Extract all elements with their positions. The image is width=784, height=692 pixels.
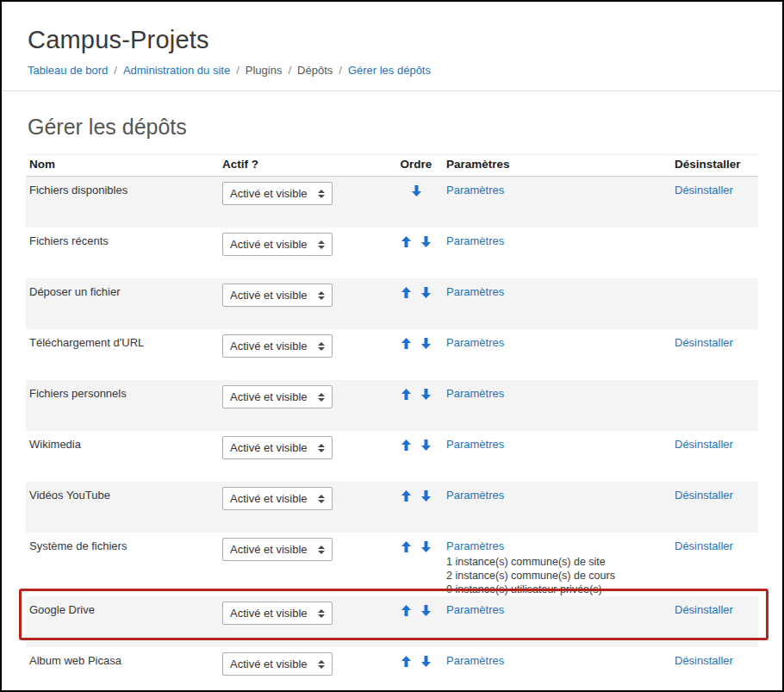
move-down-button[interactable] bbox=[421, 656, 431, 667]
select-value: Activé et visible bbox=[230, 441, 308, 454]
page-title: Campus-Projets bbox=[28, 26, 756, 54]
uninstall-link[interactable]: Désinstaller bbox=[675, 184, 733, 196]
active-select[interactable]: Activé et visible bbox=[222, 538, 333, 561]
up-down-caret-icon bbox=[318, 393, 325, 402]
active-select[interactable]: Activé et visible bbox=[222, 233, 333, 256]
move-up-button[interactable] bbox=[401, 541, 411, 552]
table-row: Déposer un fichier Activé et visible bbox=[26, 278, 758, 329]
active-select[interactable]: Activé et visible bbox=[222, 602, 333, 625]
settings-link[interactable]: Paramètres bbox=[446, 387, 504, 400]
move-up-button[interactable] bbox=[401, 338, 411, 349]
table-row: Fichiers personnels Activé et visible bbox=[26, 380, 758, 431]
arrow-down-icon bbox=[421, 389, 431, 400]
settings-link[interactable]: Paramètres bbox=[446, 285, 504, 298]
select-value: Activé et visible bbox=[230, 238, 308, 251]
move-up-button[interactable] bbox=[401, 236, 411, 247]
repo-name: Vidéos YouTube bbox=[29, 489, 110, 502]
settings-link[interactable]: Paramètres bbox=[446, 603, 504, 616]
column-header-parametres: Paramètres bbox=[446, 155, 675, 176]
repositories-table: Nom Actif ? Ordre Paramètres Désinstalle… bbox=[26, 154, 758, 692]
breadcrumb-separator: / bbox=[114, 64, 117, 77]
move-up-button[interactable] bbox=[401, 287, 411, 298]
breadcrumb-separator: / bbox=[339, 64, 342, 77]
active-select[interactable]: Activé et visible bbox=[222, 334, 333, 358]
active-select[interactable]: Activé et visible bbox=[222, 436, 333, 459]
arrow-up-icon bbox=[401, 490, 411, 502]
move-down-button[interactable] bbox=[421, 541, 431, 552]
active-select[interactable]: Activé et visible bbox=[222, 385, 333, 408]
move-down-button[interactable] bbox=[421, 287, 431, 298]
move-up-button[interactable] bbox=[401, 440, 411, 451]
move-down-button[interactable] bbox=[421, 338, 431, 349]
select-value: Activé et visible bbox=[230, 390, 308, 403]
uninstall-link[interactable]: Désinstaller bbox=[675, 438, 733, 451]
repo-name: Google Drive bbox=[29, 603, 95, 616]
settings-link[interactable]: Paramètres bbox=[446, 234, 504, 247]
table-row: Album web Picasa Activé et visible bbox=[26, 647, 758, 692]
uninstall-link[interactable]: Désinstaller bbox=[675, 489, 733, 502]
up-down-caret-icon bbox=[318, 240, 325, 249]
header-divider bbox=[2, 90, 782, 91]
move-down-button[interactable] bbox=[421, 490, 431, 502]
active-select[interactable]: Activé et visible bbox=[222, 284, 333, 307]
arrow-down-icon bbox=[421, 605, 431, 616]
up-down-caret-icon bbox=[318, 444, 325, 452]
table-row: Vidéos YouTube Activé et visible bbox=[26, 482, 758, 533]
move-down-button[interactable] bbox=[412, 185, 421, 196]
arrow-up-icon bbox=[401, 338, 411, 349]
settings-link[interactable]: Paramètres bbox=[446, 489, 504, 502]
arrow-down-icon bbox=[421, 541, 431, 552]
column-header-desinstaller: Désinstaller bbox=[675, 155, 758, 176]
select-value: Activé et visible bbox=[230, 658, 308, 670]
move-up-button[interactable] bbox=[401, 605, 411, 616]
repo-name: Déposer un fichier bbox=[29, 285, 121, 298]
uninstall-link[interactable]: Désinstaller bbox=[675, 654, 733, 667]
breadcrumb-text: Dépôts bbox=[297, 64, 333, 77]
move-down-button[interactable] bbox=[421, 440, 431, 451]
move-up-button[interactable] bbox=[401, 389, 411, 400]
move-up-button[interactable] bbox=[401, 656, 411, 667]
active-select[interactable]: Activé et visible bbox=[222, 182, 333, 205]
uninstall-link[interactable]: Désinstaller bbox=[675, 539, 733, 552]
breadcrumb-link[interactable]: Gérer les dépôts bbox=[348, 64, 431, 77]
arrow-down-icon bbox=[421, 338, 431, 349]
main-content: Gérer les dépôts Nom Actif ? Ordre Param… bbox=[2, 115, 782, 692]
table-row: Wikimedia Activé et visible bbox=[26, 431, 758, 482]
column-header-nom: Nom bbox=[26, 155, 222, 176]
move-up-button[interactable] bbox=[401, 490, 411, 502]
breadcrumb-separator: / bbox=[236, 64, 240, 77]
repo-name: Wikimedia bbox=[29, 438, 81, 451]
table-row: Google Drive Activé et visible bbox=[26, 596, 758, 647]
uninstall-link[interactable]: Désinstaller bbox=[675, 603, 733, 616]
arrow-down-icon bbox=[421, 440, 431, 451]
move-down-button[interactable] bbox=[421, 389, 431, 400]
repo-name: Fichiers disponibles bbox=[29, 184, 128, 196]
settings-link[interactable]: Paramètres bbox=[446, 336, 504, 349]
breadcrumb-link[interactable]: Tableau de bord bbox=[28, 64, 108, 77]
settings-link[interactable]: Paramètres bbox=[446, 654, 504, 667]
breadcrumb-text: Plugins bbox=[246, 64, 283, 77]
column-header-actif: Actif ? bbox=[222, 155, 386, 176]
active-select[interactable]: Activé et visible bbox=[222, 487, 333, 510]
active-select[interactable]: Activé et visible bbox=[222, 652, 333, 676]
arrow-down-icon bbox=[412, 185, 421, 196]
table-row: Fichiers récents Activé et visible bbox=[26, 228, 758, 278]
repo-table-body: Fichiers disponibles Activé et visible bbox=[26, 177, 758, 692]
settings-link[interactable]: Paramètres bbox=[446, 539, 504, 552]
page: Campus-Projets Tableau de bord/Administr… bbox=[0, 0, 784, 692]
settings-link[interactable]: Paramètres bbox=[446, 184, 504, 196]
instance-note: 0 instance(s) utilisateur privée(s) bbox=[446, 583, 675, 596]
breadcrumb-link[interactable]: Administration du site bbox=[123, 64, 230, 77]
arrow-up-icon bbox=[401, 656, 411, 667]
move-down-button[interactable] bbox=[421, 605, 431, 616]
select-value: Activé et visible bbox=[230, 543, 308, 556]
arrow-down-icon bbox=[421, 656, 431, 667]
select-value: Activé et visible bbox=[230, 607, 308, 620]
repo-name: Système de fichiers bbox=[29, 539, 127, 552]
arrow-up-icon bbox=[401, 605, 411, 616]
up-down-caret-icon bbox=[318, 545, 325, 554]
move-down-button[interactable] bbox=[421, 236, 431, 247]
uninstall-link[interactable]: Désinstaller bbox=[675, 336, 733, 349]
column-header-ordre: Ordre bbox=[386, 155, 446, 176]
settings-link[interactable]: Paramètres bbox=[446, 438, 504, 451]
